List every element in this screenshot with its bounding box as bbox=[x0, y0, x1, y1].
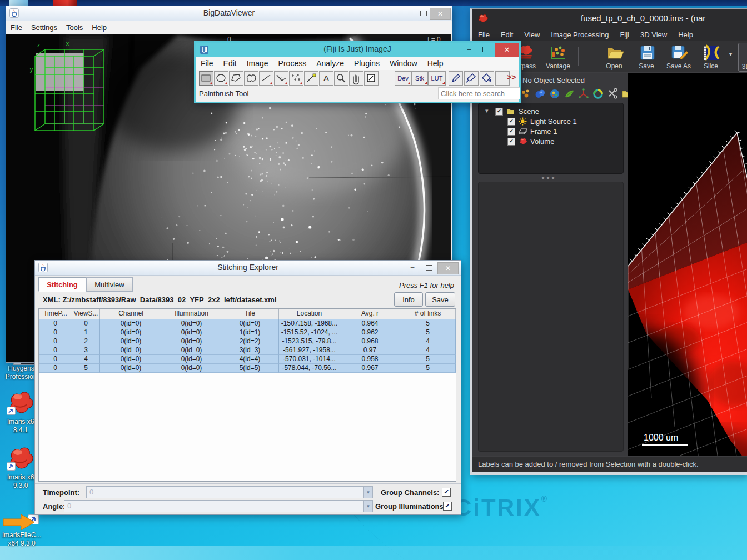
tree-expand-icon[interactable]: ▾ bbox=[485, 107, 489, 114]
cell[interactable]: 0(id=0) bbox=[162, 355, 221, 364]
bdv-minimize-button[interactable]: – bbox=[399, 8, 413, 18]
flood-fill-tool[interactable] bbox=[480, 71, 494, 86]
pencil-tool[interactable] bbox=[449, 71, 463, 86]
stitching-titlebar[interactable]: Stitching Explorer – ✕ bbox=[35, 261, 461, 276]
col-header-links[interactable]: # of links bbox=[400, 309, 456, 319]
angle-tool[interactable] bbox=[274, 71, 288, 86]
search-input[interactable] bbox=[438, 87, 520, 99]
cell[interactable]: 4 bbox=[400, 346, 456, 355]
frame-checkbox[interactable]: ✔ bbox=[507, 128, 515, 136]
scene-tree-panel[interactable]: ▾ ✔ Scene ✔ Light Source 1 ✔ Frame 1 ✔ bbox=[478, 103, 624, 174]
cell[interactable]: 0.962 bbox=[340, 328, 400, 337]
cell[interactable]: -570.031, -1014... bbox=[279, 355, 340, 364]
polygon-tool[interactable] bbox=[229, 71, 243, 86]
bdv-maximize-button[interactable] bbox=[416, 8, 431, 18]
cell[interactable]: 0(id=0) bbox=[162, 328, 221, 337]
cell[interactable]: 5(id=5) bbox=[221, 364, 279, 373]
scene-label[interactable]: Scene bbox=[519, 107, 539, 116]
imagej-close-button[interactable]: ✕ bbox=[495, 43, 519, 57]
col-header-location[interactable]: Location bbox=[279, 309, 340, 319]
dev-tool[interactable]: Dev bbox=[395, 71, 411, 86]
paintbrush-tool[interactable] bbox=[464, 71, 479, 86]
group-channels-checkbox[interactable]: ✔ bbox=[442, 488, 451, 497]
wand-tool[interactable] bbox=[304, 71, 318, 86]
stitching-close-button[interactable]: ✕ bbox=[437, 262, 459, 274]
more-tools-button[interactable]: >> bbox=[507, 73, 516, 82]
stitching-minimize-button[interactable]: – bbox=[405, 262, 420, 273]
imagej-menu-edit[interactable]: Edit bbox=[218, 59, 242, 68]
color-picker-tool[interactable] bbox=[364, 71, 379, 86]
bdv-menu-settings[interactable]: Settings bbox=[27, 23, 62, 32]
spots-icon[interactable] bbox=[520, 88, 531, 99]
cell[interactable]: 4 bbox=[400, 337, 456, 346]
imagej-menu-help[interactable]: Help bbox=[422, 59, 449, 68]
cell[interactable]: 0 bbox=[39, 328, 72, 337]
tree-row-light-source[interactable]: ✔ Light Source 1 bbox=[479, 117, 623, 127]
cell[interactable]: 5 bbox=[400, 328, 456, 337]
cell[interactable]: 3 bbox=[72, 346, 100, 355]
volume-label[interactable]: Volume bbox=[530, 137, 554, 146]
col-header-timepoint[interactable]: TimeP... bbox=[39, 309, 72, 319]
cell[interactable]: -561.927, -1958... bbox=[279, 346, 340, 355]
cell[interactable]: 1 bbox=[72, 328, 100, 337]
cell[interactable]: 0.958 bbox=[340, 355, 400, 364]
scissors-icon[interactable] bbox=[607, 88, 618, 99]
save-button[interactable]: Save bbox=[630, 43, 663, 71]
vantage-button[interactable]: Vantage bbox=[542, 43, 574, 71]
info-button[interactable]: Info bbox=[394, 292, 423, 307]
cell[interactable]: 0 bbox=[39, 346, 72, 355]
imaris-menu-edit[interactable]: Edit bbox=[495, 31, 519, 39]
col-header-channel[interactable]: Channel bbox=[100, 309, 162, 319]
cell[interactable]: 0(id=0) bbox=[221, 319, 279, 328]
col-header-viewsetup[interactable]: ViewS... bbox=[72, 309, 100, 319]
imagej-menu-process[interactable]: Process bbox=[273, 59, 312, 68]
table-row[interactable]: 050(id=0)0(id=0)5(id=5)-578.044, -70.56.… bbox=[39, 364, 456, 373]
imaris-titlebar[interactable]: fused_tp_0_ch_0_0000.ims - (nar bbox=[472, 9, 747, 28]
frame-label[interactable]: Frame 1 bbox=[530, 127, 557, 136]
col-header-illumination[interactable]: Illumination bbox=[162, 309, 221, 319]
cell[interactable]: 4 bbox=[72, 355, 100, 364]
save-button[interactable]: Save bbox=[425, 292, 455, 307]
tab-multiview[interactable]: Multiview bbox=[86, 277, 133, 292]
imagej-menu-plugins[interactable]: Plugins bbox=[349, 59, 385, 68]
cell[interactable]: 0 bbox=[39, 364, 72, 373]
imagej-menu-image[interactable]: Image bbox=[242, 59, 273, 68]
col-header-avgr[interactable]: Avg. r bbox=[340, 309, 400, 319]
point-tool[interactable] bbox=[289, 71, 303, 86]
cell[interactable]: 4(id=4) bbox=[221, 355, 279, 364]
cell[interactable]: 0(id=0) bbox=[100, 319, 162, 328]
cell[interactable]: 5 bbox=[72, 364, 100, 373]
cell[interactable]: -1515.52, -1024, ... bbox=[279, 328, 340, 337]
cell[interactable]: -578.044, -70.56... bbox=[279, 364, 340, 373]
cells-icon[interactable] bbox=[549, 88, 560, 99]
slice-dropdown-icon[interactable]: ▾ bbox=[729, 51, 732, 57]
imaris-menu-help[interactable]: Help bbox=[673, 31, 699, 39]
imagej-menu-file[interactable]: File bbox=[196, 59, 218, 68]
line-tool[interactable] bbox=[259, 71, 273, 86]
stk-tool[interactable]: Stk bbox=[411, 71, 428, 86]
group-illuminations-checkbox[interactable]: ✔ bbox=[443, 502, 452, 511]
cell[interactable]: 2(id=2) bbox=[221, 337, 279, 346]
cell[interactable]: 0.968 bbox=[340, 337, 400, 346]
cell[interactable]: 3(id=3) bbox=[221, 346, 279, 355]
cell[interactable]: 2 bbox=[72, 337, 100, 346]
tab-stitching[interactable]: Stitching bbox=[38, 277, 86, 292]
bdv-menu-tools[interactable]: Tools bbox=[62, 23, 87, 32]
cell[interactable]: 1(id=1) bbox=[221, 328, 279, 337]
imaris-menu-view[interactable]: View bbox=[519, 31, 545, 39]
cell[interactable]: 0 bbox=[39, 355, 72, 364]
cell[interactable]: -1523.515, -79.8... bbox=[279, 337, 340, 346]
rectangle-tool[interactable] bbox=[199, 71, 213, 86]
cell[interactable]: 0.964 bbox=[340, 319, 400, 328]
table-scroll-pane[interactable]: TimeP...ViewS...ChannelIlluminationTileL… bbox=[38, 308, 456, 482]
tree-row-frame[interactable]: ✔ Frame 1 bbox=[479, 127, 623, 137]
save-as-button[interactable]: Save As bbox=[663, 43, 695, 71]
imagej-maximize-button[interactable] bbox=[478, 44, 494, 55]
imaris-menu-fiji[interactable]: Fiji bbox=[614, 31, 635, 39]
cell[interactable]: 0(id=0) bbox=[162, 337, 221, 346]
scene-checkbox[interactable]: ✔ bbox=[495, 108, 503, 116]
oval-tool[interactable] bbox=[214, 71, 228, 86]
cell[interactable]: 0(id=0) bbox=[100, 364, 162, 373]
cell[interactable]: 0(id=0) bbox=[100, 328, 162, 337]
filaments-icon[interactable] bbox=[564, 88, 575, 99]
